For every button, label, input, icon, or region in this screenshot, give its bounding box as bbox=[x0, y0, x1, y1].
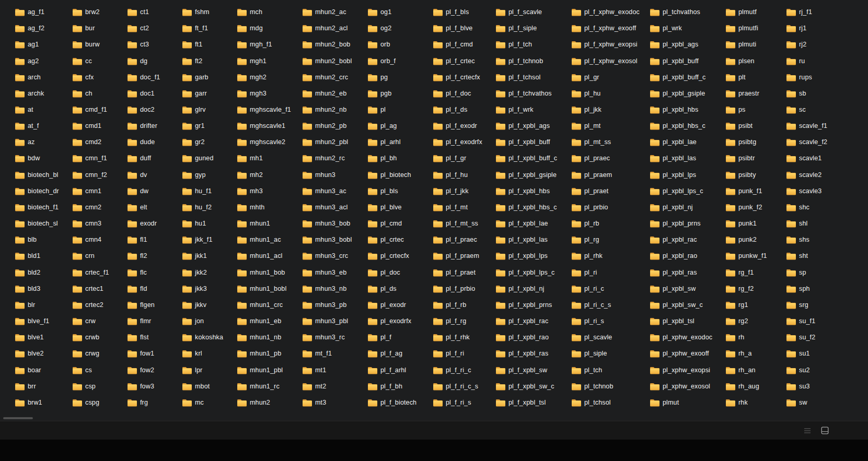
folder-item[interactable]: punkw_f1 bbox=[725, 248, 786, 264]
folder-item[interactable]: bur bbox=[72, 20, 127, 37]
folder-item[interactable]: mhun2_acl bbox=[302, 20, 367, 37]
folder-item[interactable]: boar bbox=[15, 362, 72, 378]
folder-item[interactable]: pl_scavle bbox=[571, 329, 650, 346]
folder-item[interactable]: bdw bbox=[15, 150, 72, 167]
folder-item[interactable]: su_f2 bbox=[786, 329, 867, 346]
folder-item[interactable]: rj_f1 bbox=[786, 4, 867, 20]
folder-item[interactable]: crn bbox=[72, 248, 127, 264]
folder-item[interactable]: rg_f1 bbox=[725, 265, 786, 281]
folder-item[interactable]: mch bbox=[237, 4, 302, 20]
folder-item[interactable]: psibty bbox=[725, 167, 786, 183]
folder-item[interactable]: pl_f_doc bbox=[433, 86, 495, 102]
folder-item[interactable]: blve1 bbox=[15, 329, 72, 346]
folder-item[interactable]: pl_tch bbox=[571, 362, 650, 378]
folder-item[interactable]: punk2 bbox=[725, 232, 786, 248]
folder-item[interactable]: pl_mt_ss bbox=[571, 134, 650, 150]
folder-item[interactable]: sht bbox=[786, 248, 867, 264]
folder-item[interactable]: pl_xpbl_sw bbox=[650, 281, 725, 297]
folder-item[interactable]: pl_f_xpbl_lps bbox=[495, 248, 571, 264]
folder-item[interactable]: pl_tchsol bbox=[571, 395, 650, 411]
folder-item[interactable]: pl_f_rhk bbox=[433, 329, 495, 346]
folder-item[interactable]: pl_f_xpbl_buff_c bbox=[495, 150, 571, 167]
folder-item[interactable]: pl_ds bbox=[367, 281, 433, 297]
folder-item[interactable]: pl_xpbl_sw_c bbox=[650, 297, 725, 313]
folder-item[interactable]: brr bbox=[15, 379, 72, 395]
folder-item[interactable]: pl_f_xpbl_tsl bbox=[495, 395, 571, 411]
folder-item[interactable]: bld1 bbox=[15, 248, 72, 264]
folder-item[interactable]: pl_f_tchvathos bbox=[495, 86, 571, 102]
folder-item[interactable]: sb bbox=[786, 86, 867, 102]
folder-item[interactable]: pl_f_xphw_exosol bbox=[571, 53, 650, 69]
folder-item[interactable]: cfx bbox=[72, 69, 127, 86]
folder-item[interactable]: blb bbox=[15, 232, 72, 248]
folder-item[interactable]: brw1 bbox=[15, 395, 72, 411]
folder-item[interactable]: mhun2_crc bbox=[302, 69, 367, 86]
folder-item[interactable]: pl_xpbl_ras bbox=[650, 265, 725, 281]
folder-item[interactable]: pl_xphw_exodoc bbox=[650, 329, 725, 346]
folder-item[interactable]: ct3 bbox=[127, 37, 182, 53]
folder-item[interactable]: fl2 bbox=[127, 248, 182, 264]
folder-item[interactable]: jkk2 bbox=[182, 265, 237, 281]
folder-item[interactable]: pl_crtecfx bbox=[367, 248, 433, 264]
folder-item[interactable]: pl_f_praec bbox=[433, 232, 495, 248]
folder-item[interactable]: mgh1 bbox=[237, 53, 302, 69]
folder-item[interactable]: pl_crtec bbox=[367, 232, 433, 248]
folder-item[interactable]: jkk_f1 bbox=[182, 232, 237, 248]
folder-item[interactable]: bld2 bbox=[15, 265, 72, 281]
folder-item[interactable]: blve2 bbox=[15, 346, 72, 362]
folder-item[interactable]: ps bbox=[725, 102, 786, 118]
folder-item[interactable]: pl_f_prbio bbox=[433, 281, 495, 297]
folder-item[interactable]: sp bbox=[786, 265, 867, 281]
folder-item[interactable]: plt bbox=[725, 69, 786, 86]
folder-item[interactable]: fld bbox=[127, 281, 182, 297]
folder-item[interactable]: bld3 bbox=[15, 281, 72, 297]
folder-item[interactable]: fshm bbox=[182, 4, 237, 20]
folder-item[interactable]: pl_xphw_exooff bbox=[650, 346, 725, 362]
folder-item[interactable]: mhun2_ac bbox=[302, 4, 367, 20]
folder-item[interactable]: cmn_f2 bbox=[72, 167, 127, 183]
folder-item[interactable]: pl_jkk bbox=[571, 102, 650, 118]
folder-item[interactable]: pl_f_xpbl_hbs bbox=[495, 183, 571, 199]
folder-item[interactable]: pl_f_xpbl_gsiple bbox=[495, 167, 571, 183]
folder-item[interactable]: krl bbox=[182, 346, 237, 362]
folder-item[interactable]: ag_f2 bbox=[15, 20, 72, 37]
folder-item[interactable]: biotech_f1 bbox=[15, 199, 72, 216]
folder-item[interactable]: csp bbox=[72, 379, 127, 395]
folder-item[interactable]: mhun1_pbl bbox=[237, 362, 302, 378]
folder-item[interactable]: ch bbox=[72, 86, 127, 102]
folder-item[interactable]: rh bbox=[725, 329, 786, 346]
folder-item[interactable]: mghscavle_f1 bbox=[237, 102, 302, 118]
folder-item[interactable]: mghscavle2 bbox=[237, 134, 302, 150]
details-view-button[interactable] bbox=[803, 426, 812, 435]
folder-item[interactable]: pl_xpbl_lps_c bbox=[650, 183, 725, 199]
folder-item[interactable]: su3 bbox=[786, 379, 867, 395]
folder-item[interactable]: pl_rhk bbox=[571, 248, 650, 264]
folder-item[interactable]: lpr bbox=[182, 362, 237, 378]
folder-item[interactable]: mhun2_eb bbox=[302, 86, 367, 102]
folder-item[interactable]: pl_f_xpbl_lae bbox=[495, 216, 571, 232]
folder-item[interactable]: rg2 bbox=[725, 313, 786, 329]
folder-item[interactable]: arch bbox=[15, 69, 72, 86]
folder-item[interactable]: pl_f_xpbl_ras bbox=[495, 346, 571, 362]
folder-item[interactable]: guned bbox=[182, 150, 237, 167]
folder-item[interactable]: mhun2_bobl bbox=[302, 53, 367, 69]
folder-item[interactable]: pl_f_crtec bbox=[433, 53, 495, 69]
folder-item[interactable]: mc bbox=[182, 395, 237, 411]
folder-item[interactable]: rh_a bbox=[725, 346, 786, 362]
folder-item[interactable]: pl_xpbl_tsl bbox=[650, 313, 725, 329]
folder-item[interactable]: cmn3 bbox=[72, 216, 127, 232]
folder-item[interactable]: cspg bbox=[72, 395, 127, 411]
folder-item[interactable]: at bbox=[15, 102, 72, 118]
folder-item[interactable]: pl_f_xpbl_sw_c bbox=[495, 379, 571, 395]
folder-item[interactable]: rg_f2 bbox=[725, 281, 786, 297]
folder-item[interactable]: orb_f bbox=[367, 53, 433, 69]
folder-item[interactable]: sc bbox=[786, 102, 867, 118]
folder-item[interactable]: ru bbox=[786, 53, 867, 69]
folder-item[interactable]: gr2 bbox=[182, 134, 237, 150]
folder-item[interactable]: biotech_bl bbox=[15, 167, 72, 183]
folder-item[interactable]: pl_arhl bbox=[367, 134, 433, 150]
folder-item[interactable]: mhun3 bbox=[302, 167, 367, 183]
folder-item[interactable]: pl_f_xpbl_hbs_c bbox=[495, 199, 571, 216]
folder-item[interactable]: ct1 bbox=[127, 4, 182, 20]
folder-item[interactable]: pl_f_scavle bbox=[495, 4, 571, 20]
